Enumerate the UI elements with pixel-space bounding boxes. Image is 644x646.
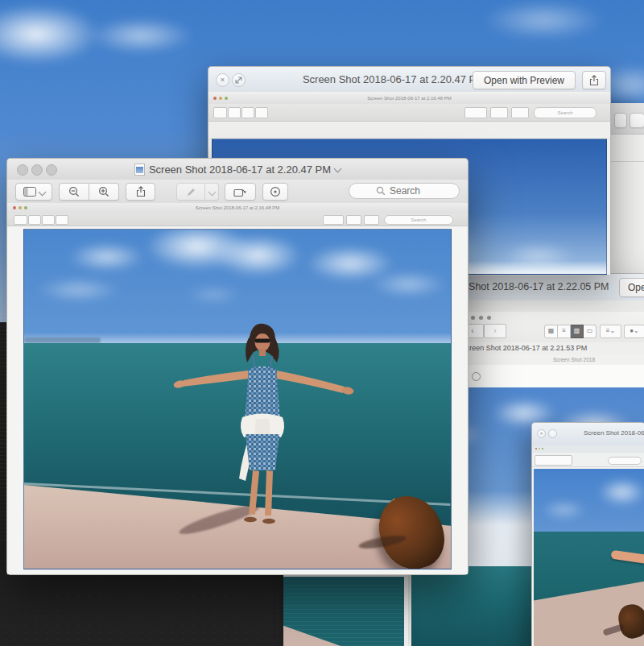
search-field-wrap	[349, 183, 460, 199]
markup-buttons	[176, 183, 219, 201]
screenshot-toolbar	[532, 453, 644, 467]
desktop: Screen Shot 2018-06-17 at 2.22.05 PM Ope…	[0, 0, 644, 646]
gallery-view-icon: ▭	[584, 325, 597, 338]
window-title: Screen Shot 2018-06-	[584, 429, 644, 437]
screenshot-title: Screen Shot 2018-06-17 at 2.16.48 PM	[7, 205, 468, 210]
sidebar-button[interactable]	[15, 183, 52, 201]
open-with-preview-button[interactable]: Open with Preview	[473, 71, 576, 89]
preview-titlebar[interactable]: Screen Shot 2018-06-17 at 2.20.47 PM	[7, 159, 468, 180]
divider	[610, 161, 644, 162]
preview-document: Screen Shot 2018-06-17 at 2.16.48 PM Sea…	[7, 203, 468, 574]
screenshot-search: Search	[534, 107, 597, 118]
window-title: Screen Shot 2018-06-17 at 2.20.47 PM	[289, 73, 498, 85]
inner-window-title: Screen Shot 2018	[553, 357, 595, 362]
rotate-icon	[233, 186, 247, 197]
photo	[23, 229, 452, 569]
background-window-edge	[609, 103, 644, 275]
column-view-icon: ▥	[571, 325, 584, 338]
woman-figure	[169, 322, 358, 532]
share-button[interactable]	[582, 71, 606, 89]
icon-view-icon: ▦	[544, 325, 558, 338]
button-fragment[interactable]	[630, 113, 644, 128]
close-icon[interactable]: ×	[216, 73, 229, 87]
screenshot-strip	[532, 445, 644, 453]
quicklook-content	[532, 445, 644, 646]
preview-window: Screen Shot 2018-06-17 at 2.20.47 PM	[6, 158, 469, 575]
fullscreen-icon[interactable]	[232, 73, 246, 87]
button-fragment[interactable]	[614, 113, 627, 128]
screenshot-title: Screen Shot 2018-06-17 at 2.16.48 PM	[208, 96, 610, 101]
screenshot-search: Search	[384, 215, 453, 225]
distant-land	[24, 337, 101, 343]
zoom-in-button[interactable]	[89, 183, 119, 201]
fullscreen-icon	[487, 316, 491, 320]
share-button[interactable]	[126, 183, 155, 201]
chevron-down-icon[interactable]	[334, 164, 342, 172]
quicklook-window-small: × Screen Shot 2018-06-	[531, 422, 644, 646]
annotate-icon	[270, 186, 281, 197]
screenshot-toolbar: Search	[7, 213, 468, 226]
search-icon	[376, 186, 386, 196]
open-with-preview-button[interactable]: Open with Preview	[619, 278, 644, 297]
markup-pencil-button[interactable]	[176, 183, 205, 201]
sidebar-icon	[23, 187, 36, 197]
action-icon: ●⌄	[624, 325, 644, 338]
quicklook-titlebar[interactable]: × Screen Shot 2018-06-	[532, 423, 644, 446]
screenshot-titlebar: Screen Shot 2018-06-17 at 2.16.48 PM	[208, 93, 610, 105]
share-icon	[136, 186, 146, 197]
forward-icon: ›	[484, 324, 506, 338]
chevron-down-icon	[38, 188, 46, 196]
preview-toolbar	[7, 180, 468, 204]
group-icon: ≡⌄	[600, 325, 621, 338]
annotate-icon	[472, 372, 481, 381]
title-group: Screen Shot 2018-06-17 at 2.20.47 PM	[7, 164, 468, 176]
window-title: Screen Shot 2018-06-17 at 2.20.47 PM	[149, 164, 331, 176]
zoom-out-icon	[68, 186, 80, 197]
wallpaper-cloud	[483, 0, 604, 40]
view-mode-buttons: ▦ ≡ ▥ ▭	[544, 325, 597, 338]
markup-pencil-icon	[186, 187, 196, 197]
document-icon	[134, 164, 145, 176]
close-icon	[471, 316, 475, 320]
screenshot-titlebar: Screen Shot 2018-06-17 at 2.16.48 PM	[7, 203, 468, 214]
fullscreen-icon[interactable]	[548, 429, 557, 438]
screenshot-band	[208, 122, 610, 139]
zoom-out-button[interactable]	[59, 183, 89, 201]
search-input[interactable]	[349, 183, 460, 199]
background-photo-window	[283, 574, 408, 646]
screenshot-photo	[534, 469, 644, 646]
share-icon	[589, 75, 599, 86]
zoom-buttons	[59, 183, 119, 201]
quicklook-titlebar[interactable]: × Screen Shot 2018-06-17 at 2.20.47 PM O…	[208, 67, 610, 93]
annotate-button[interactable]	[262, 183, 288, 201]
wallpaper-cloud	[89, 18, 193, 54]
list-view-icon: ≡	[558, 325, 571, 338]
screenshot-toolbar: Search	[208, 104, 610, 122]
markup-chevron-button[interactable]	[205, 183, 219, 201]
close-icon[interactable]: ×	[537, 429, 546, 438]
minimize-icon	[479, 316, 483, 320]
rotate-button[interactable]	[225, 183, 256, 201]
chevron-down-icon	[208, 188, 216, 196]
zoom-in-icon	[98, 186, 109, 197]
